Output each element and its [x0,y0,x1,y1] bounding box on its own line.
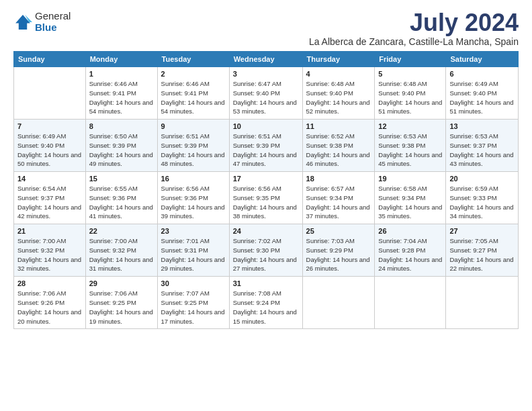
day-detail: Sunrise: 6:47 AMSunset: 9:40 PMDaylight:… [233,79,299,116]
location-title: La Alberca de Zancara, Castille-La Manch… [309,36,519,47]
day-number: 7 [17,122,82,130]
week-row-4: 21Sunrise: 7:00 AMSunset: 9:32 PMDayligh… [14,224,519,277]
day-number: 24 [233,227,299,235]
week-row-3: 14Sunrise: 6:54 AMSunset: 9:37 PMDayligh… [14,172,519,224]
day-cell: 31Sunrise: 7:08 AMSunset: 9:24 PMDayligh… [229,277,302,329]
day-detail: Sunrise: 7:08 AMSunset: 9:24 PMDaylight:… [233,289,299,326]
day-detail: Sunrise: 6:57 AMSunset: 9:34 PMDaylight:… [306,184,371,221]
day-cell: 20Sunrise: 6:59 AMSunset: 9:33 PMDayligh… [446,172,519,224]
day-detail: Sunrise: 7:00 AMSunset: 9:32 PMDaylight:… [17,236,82,273]
day-number: 12 [378,122,442,130]
day-cell: 25Sunrise: 7:03 AMSunset: 9:29 PMDayligh… [302,224,375,277]
day-detail: Sunrise: 6:49 AMSunset: 9:40 PMDaylight:… [17,132,82,169]
day-cell: 5Sunrise: 6:48 AMSunset: 9:40 PMDaylight… [375,67,446,120]
day-cell: 26Sunrise: 7:04 AMSunset: 9:28 PMDayligh… [375,224,446,277]
day-cell: 1Sunrise: 6:46 AMSunset: 9:41 PMDaylight… [85,67,157,120]
header-cell-sunday: Sunday [14,52,86,67]
calendar-page: General Blue July 2024 La Alberca de Zan… [0,0,532,411]
day-detail: Sunrise: 6:48 AMSunset: 9:40 PMDaylight:… [306,79,371,116]
day-number: 25 [306,227,371,235]
day-cell: 8Sunrise: 6:50 AMSunset: 9:39 PMDaylight… [85,120,157,172]
day-detail: Sunrise: 6:51 AMSunset: 9:39 PMDaylight:… [161,132,226,169]
day-cell: 19Sunrise: 6:58 AMSunset: 9:34 PMDayligh… [375,172,446,224]
day-number: 16 [161,175,226,183]
day-detail: Sunrise: 7:07 AMSunset: 9:25 PMDaylight:… [161,289,226,326]
day-cell: 4Sunrise: 6:48 AMSunset: 9:40 PMDaylight… [302,67,375,120]
day-detail: Sunrise: 6:48 AMSunset: 9:40 PMDaylight:… [378,79,442,116]
day-number: 17 [233,175,299,183]
logo-general-text: General [35,11,71,22]
day-number: 27 [449,227,515,235]
day-number: 3 [233,70,299,78]
day-detail: Sunrise: 6:55 AMSunset: 9:36 PMDaylight:… [89,184,154,221]
svg-marker-0 [15,15,30,30]
day-cell: 3Sunrise: 6:47 AMSunset: 9:40 PMDaylight… [229,67,302,120]
week-row-1: 1Sunrise: 6:46 AMSunset: 9:41 PMDaylight… [14,67,519,120]
day-cell: 28Sunrise: 7:06 AMSunset: 9:26 PMDayligh… [14,277,86,329]
day-number: 20 [449,175,515,183]
title-area: July 2024 La Alberca de Zancara, Castill… [309,11,519,47]
day-number: 13 [449,122,515,130]
day-cell [375,277,446,329]
day-number: 23 [161,227,226,235]
day-number: 28 [17,279,82,287]
day-detail: Sunrise: 6:56 AMSunset: 9:36 PMDaylight:… [161,184,226,221]
day-cell: 12Sunrise: 6:53 AMSunset: 9:38 PMDayligh… [375,120,446,172]
day-cell: 24Sunrise: 7:02 AMSunset: 9:30 PMDayligh… [229,224,302,277]
header-cell-wednesday: Wednesday [229,52,302,67]
day-detail: Sunrise: 7:05 AMSunset: 9:27 PMDaylight:… [449,236,515,273]
day-number: 14 [17,175,82,183]
day-cell [302,277,375,329]
day-number: 4 [306,70,371,78]
header-cell-monday: Monday [85,52,157,67]
day-cell: 16Sunrise: 6:56 AMSunset: 9:36 PMDayligh… [157,172,229,224]
day-number: 19 [378,175,442,183]
logo-blue-text: Blue [35,22,71,34]
day-cell: 14Sunrise: 6:54 AMSunset: 9:37 PMDayligh… [14,172,86,224]
day-detail: Sunrise: 6:56 AMSunset: 9:35 PMDaylight:… [233,184,299,221]
calendar-table: SundayMondayTuesdayWednesdayThursdayFrid… [13,51,519,329]
day-cell: 7Sunrise: 6:49 AMSunset: 9:40 PMDaylight… [14,120,86,172]
day-cell [14,67,86,120]
day-cell: 17Sunrise: 6:56 AMSunset: 9:35 PMDayligh… [229,172,302,224]
day-cell: 27Sunrise: 7:05 AMSunset: 9:27 PMDayligh… [446,224,519,277]
logo: General Blue [13,11,71,33]
day-detail: Sunrise: 6:52 AMSunset: 9:38 PMDaylight:… [306,132,371,169]
day-cell: 2Sunrise: 6:46 AMSunset: 9:41 PMDaylight… [157,67,229,120]
day-detail: Sunrise: 6:59 AMSunset: 9:33 PMDaylight:… [449,184,515,221]
day-detail: Sunrise: 7:03 AMSunset: 9:29 PMDaylight:… [306,236,371,273]
header-cell-friday: Friday [375,52,446,67]
day-number: 10 [233,122,299,130]
day-cell: 30Sunrise: 7:07 AMSunset: 9:25 PMDayligh… [157,277,229,329]
header: General Blue July 2024 La Alberca de Zan… [13,11,519,47]
day-number: 15 [89,175,154,183]
day-number: 11 [306,122,371,130]
day-number: 22 [89,227,154,235]
day-cell: 21Sunrise: 7:00 AMSunset: 9:32 PMDayligh… [14,224,86,277]
day-detail: Sunrise: 6:58 AMSunset: 9:34 PMDaylight:… [378,184,442,221]
day-number: 8 [89,122,154,130]
logo-icon [13,13,32,32]
day-detail: Sunrise: 6:49 AMSunset: 9:40 PMDaylight:… [449,79,515,116]
day-number: 6 [449,70,515,78]
day-number: 29 [89,279,154,287]
day-detail: Sunrise: 6:53 AMSunset: 9:38 PMDaylight:… [378,132,442,169]
day-cell: 18Sunrise: 6:57 AMSunset: 9:34 PMDayligh… [302,172,375,224]
day-detail: Sunrise: 7:00 AMSunset: 9:32 PMDaylight:… [89,236,154,273]
day-detail: Sunrise: 7:02 AMSunset: 9:30 PMDaylight:… [233,236,299,273]
day-detail: Sunrise: 6:46 AMSunset: 9:41 PMDaylight:… [89,79,154,116]
day-number: 1 [89,70,154,78]
day-cell: 15Sunrise: 6:55 AMSunset: 9:36 PMDayligh… [85,172,157,224]
header-row: SundayMondayTuesdayWednesdayThursdayFrid… [14,52,519,67]
day-detail: Sunrise: 7:01 AMSunset: 9:31 PMDaylight:… [161,236,226,273]
day-cell: 6Sunrise: 6:49 AMSunset: 9:40 PMDaylight… [446,67,519,120]
day-cell: 13Sunrise: 6:53 AMSunset: 9:37 PMDayligh… [446,120,519,172]
day-number: 5 [378,70,442,78]
day-cell: 23Sunrise: 7:01 AMSunset: 9:31 PMDayligh… [157,224,229,277]
day-number: 31 [233,279,299,287]
day-cell: 9Sunrise: 6:51 AMSunset: 9:39 PMDaylight… [157,120,229,172]
day-number: 18 [306,175,371,183]
header-cell-tuesday: Tuesday [157,52,229,67]
day-number: 2 [161,70,226,78]
day-cell [446,277,519,329]
